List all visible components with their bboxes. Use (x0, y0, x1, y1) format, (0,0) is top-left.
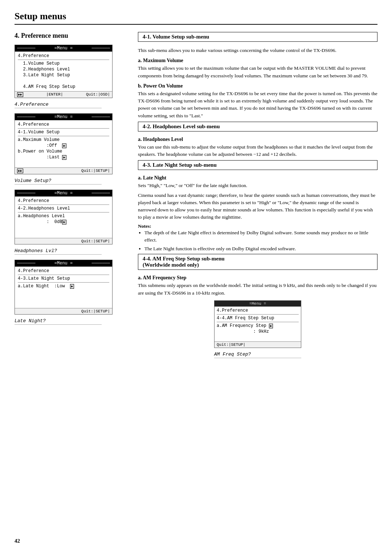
menu-item (18, 225, 109, 231)
menu-italic-label-1: 4.Preference (15, 102, 102, 108)
page-title: Setup menus (15, 11, 377, 25)
section-4-2-heading: 4-2. Headphones Level sub-menu (143, 123, 373, 130)
menu-item (18, 289, 109, 295)
menu-box-3: =Menu = 4.Preference 4-2.Headphones Leve… (15, 190, 113, 244)
menu-title-bar-4: =Menu = (15, 260, 112, 267)
menu-item: 3.Late Night Setup (18, 72, 109, 78)
menu-italic-label-2: Volume Setup? (15, 178, 102, 185)
text-max-vol: This setting allows you to set the maxim… (138, 65, 377, 80)
section-4-4-heading2: (Worldwide model only) (143, 262, 199, 268)
late-night-bullets: The depth of the Late Night effect is de… (144, 229, 377, 253)
section-heading: 4. Preference menu (15, 32, 127, 40)
section-4-3: 4-3. Late Night Setup sub-menu (138, 160, 377, 170)
menu-content-1: 4.Preference 1.Volume Setup 2.Headphones… (15, 52, 112, 91)
text-power-vol: This sets a designated volume setting fo… (138, 90, 377, 119)
menu-bottom-bar-2: ▶▶ Quit:|SETUP| (15, 167, 112, 174)
menu-content-3: 4.Preference 4-2.Headphones Level a.Head… (15, 197, 112, 238)
menu-bottom-bar-1: ▶▶ |ENTER| Quit:|OSD| (15, 91, 112, 98)
menu-bottom-right: Quit:|SETUP| (81, 169, 110, 173)
menu-content-4: 4.Preference 4-3.Late Night Setup a.Late… (15, 267, 112, 308)
menu-item: a.AM Frequency Step ▶ (217, 323, 299, 329)
section-4-4-heading-text: 4-4. AM Freq Step Setup sub-menu (143, 256, 225, 262)
menu-item (18, 160, 109, 166)
menu-item: : 9kHz (217, 329, 299, 335)
menu-bottom-right: Quit:|SETUP| (81, 309, 110, 313)
menu-item (217, 335, 299, 340)
menu-bottom-center: |ENTER| (46, 92, 63, 97)
menu-item: a.Late Night :Low ▶ (18, 283, 109, 289)
menu-title-bar-1: =Menu = (15, 45, 112, 52)
menu-item: 4.Preference (18, 53, 109, 59)
menu-item: 4.Preference (217, 308, 299, 313)
menu-item: 4.AM Freq Step Setup (18, 84, 109, 90)
menu-box-4: =Menu = 4.Preference 4-3.Late Night Setu… (15, 260, 113, 315)
menu-italic-label-3: Headphones Lvl? (15, 248, 102, 255)
bullet-item: The Late Night function is effective onl… (144, 245, 377, 252)
menu-title-text-2: =Menu = (35, 114, 91, 119)
menu-title-bar-am: =Menu = (215, 301, 301, 307)
menu-item: b.Power on Volume (18, 149, 109, 154)
menu-italic-label-4: Late Night? (15, 318, 102, 325)
right-column: 4-1. Volume Setup sub-menu This sub-menu… (138, 32, 377, 363)
menu-item: 4.Preference (18, 268, 109, 274)
menu-bottom-bar-am: Quit:|SETUP| (215, 341, 301, 348)
section-4-4: 4-4. AM Freq Step Setup sub-menu (Worldw… (138, 254, 377, 270)
menu-title-bar-2: =Menu = (15, 114, 112, 120)
menu-item: a.Headphones Level (18, 213, 109, 219)
menu-item: 4.Preference (18, 198, 109, 204)
menu-box-am: =Menu = 4.Preference 4-4.AM Freq Step Se… (214, 300, 301, 348)
page-number: 42 (15, 538, 20, 544)
menu-italic-label-am: AM Freq Step? (214, 352, 301, 358)
menu-item: : 0dB▶ (18, 219, 109, 225)
menu-item: 1.Volume Setup (18, 61, 109, 66)
menu-item: 4-3.Late Night Setup (18, 276, 109, 281)
menu-bottom-right-am: Quit:|SETUP| (217, 343, 245, 347)
section-4-1-intro: This sub-menu allows you to make various… (138, 47, 377, 54)
text-late-night-short: Sets "High," "Low," or "Off" for the lat… (138, 182, 377, 189)
menu-item: a.Maximum Volume (18, 137, 109, 143)
menu-item: 4-1.Volume Setup (18, 129, 109, 135)
sub-heading-power-vol: b. Power On Volume (138, 83, 377, 89)
notes-label: Notes: (138, 223, 377, 229)
menu-bottom-left: ▶▶ (17, 92, 23, 97)
menu-item: 4.Preference (18, 122, 109, 127)
menu-title-text-4: =Menu = (35, 261, 91, 266)
sub-heading-hp-level: a. Headphones Level (138, 137, 377, 142)
left-column: 4. Preference menu =Menu = 4.Preference … (15, 32, 127, 363)
section-4-2: 4-2. Headphones Level sub-menu (138, 122, 377, 131)
section-4-3-heading: 4-3. Late Night Setup sub-menu (143, 162, 373, 168)
section-4-1: 4-1. Volume Setup sub-menu (138, 32, 377, 42)
menu-bottom-left: ▶▶ (17, 169, 23, 173)
menu-content-2: 4.Preference 4-1.Volume Setup a.Maximum … (15, 120, 112, 167)
menu-bottom-right: Quit:|OSD| (86, 92, 110, 97)
menu-bottom-bar-4: Quit:|SETUP| (15, 308, 112, 314)
bullet-item: The depth of the Late Night effect is de… (144, 229, 377, 244)
section-4-4-heading: 4-4. AM Freq Step Setup sub-menu (Worldw… (143, 256, 373, 268)
menu-item: :Last ▶ (18, 154, 109, 160)
menu-bottom-right: Quit:|SETUP| (81, 239, 110, 243)
menu-item: 4-4.AM Freq Step Setup (217, 315, 299, 321)
menu-item (18, 78, 109, 84)
section-4-1-heading: 4-1. Volume Setup sub-menu (143, 34, 373, 40)
menu-item (18, 231, 109, 236)
menu-title-bar-3: =Menu = (15, 190, 112, 197)
menu-title-text-1: =Menu = (35, 46, 91, 51)
menu-box-1: =Menu = 4.Preference 1.Volume Setup 2.He… (15, 45, 113, 98)
menu-item: :Off ▶ (18, 143, 109, 149)
menu-content-am: 4.Preference 4-4.AM Freq Step Setup a.AM… (215, 307, 301, 341)
sub-heading-max-vol: a. Maximum Volume (138, 58, 377, 64)
menu-item (18, 301, 109, 307)
menu-bottom-bar-3: Quit:|SETUP| (15, 238, 112, 244)
text-late-night-long: Cinema sound has a vast dynamic range; t… (138, 192, 377, 221)
menu-box-2: =Menu = 4.Preference 4-1.Volume Setup a.… (15, 113, 113, 174)
am-freq-bottom-area: =Menu = 4.Preference 4-4.AM Freq Step Se… (138, 300, 377, 363)
menu-item: 4-2.Headphones Level (18, 206, 109, 211)
menu-title-text-3: =Menu = (35, 191, 91, 196)
sub-heading-late-night: a. Late Night (138, 175, 377, 181)
text-hp-level: You can use this sub-menu to adjust the … (138, 143, 377, 158)
text-am-freq: This submenu only appears on the worldwi… (138, 282, 377, 297)
sub-heading-am-freq: a. AM Frequency Step (138, 275, 377, 281)
menu-item (18, 295, 109, 301)
menu-item: 2.Headphones Level (18, 66, 109, 72)
